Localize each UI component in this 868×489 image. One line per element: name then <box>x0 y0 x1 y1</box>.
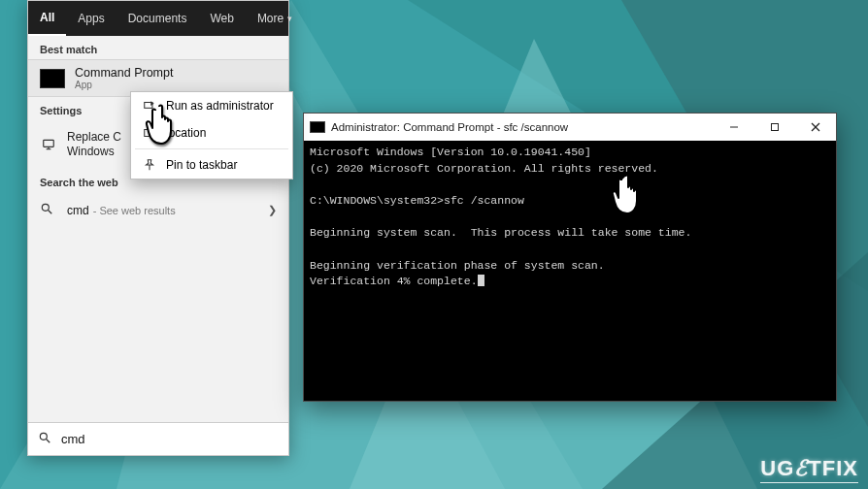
search-icon <box>38 431 51 447</box>
titlebar[interactable]: Administrator: Command Prompt - sfc /sca… <box>304 114 836 141</box>
best-match-title: Command Prompt <box>75 66 173 80</box>
menu-open-file-location-label: location <box>166 126 206 140</box>
watermark: UGℰTFIX <box>760 456 858 483</box>
command-prompt-icon <box>310 121 325 133</box>
menu-run-as-admin[interactable]: Run as administrator <box>131 92 292 119</box>
tab-documents[interactable]: Documents <box>117 1 199 36</box>
svg-line-13 <box>47 440 50 443</box>
svg-point-12 <box>40 433 47 440</box>
terminal-output[interactable]: Microsoft Windows [Version 10.0.19041.45… <box>304 141 836 401</box>
context-menu: Run as administrator location Pin to tas… <box>130 91 293 179</box>
window-title: Administrator: Command Prompt - sfc /sca… <box>331 121 714 133</box>
web-result-term: cmd <box>67 204 89 217</box>
svg-rect-7 <box>44 140 54 147</box>
search-icon <box>40 202 57 218</box>
tab-more[interactable]: More▾ <box>246 1 304 36</box>
web-result-sub: - See web results <box>93 205 176 216</box>
tab-apps[interactable]: Apps <box>66 1 116 36</box>
tab-more-label: More <box>257 12 284 25</box>
search-box[interactable] <box>28 422 288 455</box>
svg-point-10 <box>42 204 49 211</box>
run-admin-icon <box>141 99 158 113</box>
search-input[interactable] <box>61 432 279 446</box>
minimize-button[interactable] <box>714 114 754 141</box>
command-prompt-window: Administrator: Command Prompt - sfc /sca… <box>303 113 837 402</box>
svg-rect-17 <box>772 124 779 131</box>
web-result-cmd[interactable]: cmd - See web results ❯ <box>28 192 288 228</box>
menu-pin-to-taskbar[interactable]: Pin to taskbar <box>131 151 292 179</box>
menu-pin-to-taskbar-label: Pin to taskbar <box>166 158 237 172</box>
chevron-right-icon: ❯ <box>268 204 277 216</box>
menu-open-file-location[interactable]: location <box>131 119 292 147</box>
menu-run-as-admin-label: Run as administrator <box>166 99 274 113</box>
text-caret <box>478 275 484 286</box>
tab-web[interactable]: Web <box>198 1 245 36</box>
windows-search-panel: All Apps Documents Web More▾ Best match … <box>27 0 289 456</box>
close-button[interactable] <box>795 114 836 141</box>
search-tabs: All Apps Documents Web More▾ <box>28 1 288 36</box>
chevron-down-icon: ▾ <box>287 14 292 23</box>
monitor-icon <box>40 138 57 151</box>
pin-icon <box>141 158 158 172</box>
tab-all[interactable]: All <box>28 1 66 36</box>
maximize-button[interactable] <box>754 114 795 141</box>
menu-separator <box>135 148 288 149</box>
svg-line-11 <box>49 211 52 214</box>
best-match-heading: Best match <box>28 36 288 59</box>
folder-icon <box>141 126 158 140</box>
best-match-subtitle: App <box>75 80 173 90</box>
command-prompt-icon <box>40 69 65 88</box>
